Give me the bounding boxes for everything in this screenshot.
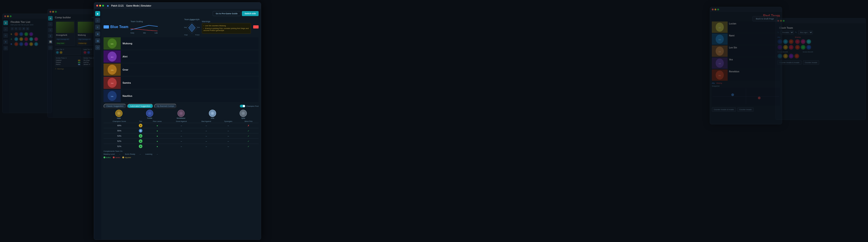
- red-close-dot[interactable]: [712, 8, 714, 10]
- sylas-blind-icon: ✓: [248, 145, 249, 148]
- team-scaling-label: Team Scaling: [131, 20, 180, 23]
- nautilus-portrait: NA: [103, 90, 121, 102]
- tier-champ-10[interactable]: [14, 42, 18, 46]
- similar-name-xinzhao: Xin Zhao: [84, 59, 90, 61]
- back-to-draft-button[interactable]: Back to Draft Page: [752, 16, 777, 22]
- suggestion-champ-mordekaiser[interactable]: Mordekaiser: [177, 110, 186, 119]
- nav-chart-icon[interactable]: ▤: [95, 38, 100, 43]
- close-dot[interactable]: [4, 16, 6, 17]
- learning-label: Learning: [145, 153, 152, 155]
- mastery-value: –: [119, 153, 120, 155]
- sidebar-shield-icon[interactable]: ⬡: [3, 46, 8, 51]
- complements-label: Complements Team On: [103, 150, 123, 152]
- comp-home-icon[interactable]: ⌂: [48, 22, 53, 27]
- tier-champ-5[interactable]: [14, 37, 18, 41]
- suggestion-champ-kayle[interactable]: Kayle: [115, 110, 123, 119]
- champion-pool-toggle-right-switch[interactable]: [240, 105, 245, 108]
- tier-champ-14[interactable]: [34, 42, 38, 46]
- nav-star-icon[interactable]: ★: [95, 31, 100, 36]
- tier-champ-12[interactable]: [24, 42, 28, 46]
- kayle-tier: S: [135, 123, 147, 128]
- nami-portrait-r: NM: [712, 33, 727, 45]
- main-max-dot[interactable]: [102, 5, 104, 6]
- col-blind-pick: Blind Pick: [239, 120, 258, 123]
- tier-champ-2[interactable]: [19, 32, 23, 36]
- my-banned-comps-tab[interactable]: My Banned Comps: [154, 104, 177, 108]
- tier-champ-4[interactable]: [29, 32, 33, 36]
- clash-role-select-1[interactable]: Ronaldo: [780, 31, 794, 34]
- nav-shield-icon[interactable]: ⬡: [95, 45, 100, 50]
- pre-game-guide-button[interactable]: Go to Pre-Game Guide: [213, 11, 241, 16]
- sidebar-star-icon[interactable]: ★: [3, 39, 8, 44]
- snapshot-area: [712, 88, 780, 105]
- drangplank-badge: Stay Safe: [56, 42, 65, 44]
- suggestion-champ-sylas[interactable]: Sylas: [240, 110, 247, 119]
- comp-logo-icon[interactable]: ◆: [48, 16, 53, 21]
- comp-chart-icon[interactable]: 📊: [48, 39, 53, 44]
- tier-champ-11[interactable]: [19, 42, 23, 46]
- drangplank-name: Drangplank: [56, 34, 74, 36]
- lane-tier-label-left: Lane Tier ①: [56, 49, 80, 51]
- automated-suggestion-tab[interactable]: Automated Suggestion: [127, 104, 153, 108]
- counter-invade-invade-button[interactable]: Counter Invade & Invade: [712, 108, 736, 112]
- clash-edit-icon-2: ✎: [795, 31, 797, 34]
- red-min-dot[interactable]: [715, 8, 716, 10]
- tier-champ-6[interactable]: [19, 37, 23, 41]
- nav-list-icon[interactable]: ≡: [95, 25, 100, 30]
- suggestion-champ-trundle[interactable]: Trundle: [146, 110, 153, 119]
- sylas-synergies: –: [218, 144, 239, 149]
- nav-home-icon[interactable]: ⌂: [95, 18, 100, 23]
- clash-role-select-2[interactable]: Bou nge r: [798, 31, 813, 34]
- classic-suggestion-tab[interactable]: Classic Suggestion: [103, 104, 126, 108]
- nav-logo-icon[interactable]: ◆: [95, 11, 100, 16]
- sidebar-logo-icon[interactable]: ◆: [3, 21, 8, 25]
- tier-icon-people[interactable]: ◎: [26, 27, 29, 30]
- tier-icon-slash[interactable]: /: [18, 27, 22, 30]
- main-min-dot[interactable]: [99, 5, 101, 6]
- counter-invade-button[interactable]: Counter Invade: [737, 108, 754, 112]
- irelia-blind-icon: ✓: [248, 140, 249, 143]
- suggestion-champ-irelia[interactable]: Irelia: [209, 110, 216, 119]
- clash-more-ally-pics: [777, 54, 864, 59]
- scrim-ready-value: –: [140, 153, 141, 155]
- switch-side-button[interactable]: Switch-side: [242, 11, 258, 16]
- sylas-name: Sylas: [240, 117, 247, 119]
- main-close-dot[interactable]: [96, 5, 98, 6]
- comp-list-icon[interactable]: ≡: [48, 28, 53, 32]
- game-mode-label: Game Mode |: [126, 4, 140, 7]
- warnings-section: Warnings › Lee Sin counters Wukong › Ene…: [202, 20, 251, 34]
- scaling-early: Early: [131, 32, 134, 34]
- comp-shield-icon[interactable]: ⬡: [48, 46, 53, 50]
- mordekaiser-tier: A: [135, 133, 147, 139]
- main-nav: ◆ ⌂ ≡ ★ ▤ ⬡: [94, 9, 101, 240]
- tier-champ-13[interactable]: [29, 42, 33, 46]
- kayle-name: Kayle: [115, 117, 123, 119]
- sidebar-home-icon[interactable]: ⌂: [3, 27, 8, 31]
- comp-star-icon[interactable]: ★: [48, 34, 53, 38]
- tier-icon-gear[interactable]: ⚙: [22, 27, 25, 30]
- tier-icon-sword[interactable]: ⚔: [11, 27, 14, 30]
- sylas-synergy-icon: –: [228, 145, 229, 148]
- minimize-dot[interactable]: [7, 16, 9, 17]
- comp-close-dot[interactable]: [50, 11, 51, 13]
- tier-champ-9[interactable]: [34, 37, 38, 41]
- tier-icon-edit[interactable]: ✎: [14, 27, 18, 30]
- tier-champ-1[interactable]: [14, 32, 18, 36]
- trundle-bad: –: [194, 128, 218, 133]
- clash-max-dot[interactable]: [783, 20, 784, 22]
- tier-champ-7[interactable]: [24, 37, 28, 41]
- comp-min-dot[interactable]: [52, 11, 54, 13]
- enemy-pic-1: [795, 39, 800, 44]
- sidebar-chart-icon[interactable]: ≡: [3, 33, 8, 38]
- tier-champ-8[interactable]: [29, 37, 33, 41]
- maximize-dot[interactable]: [10, 16, 11, 17]
- champ-card-drangplank[interactable]: Drangplank High Damage AD Stay Safe: [55, 21, 75, 46]
- svg-point-35: [731, 93, 734, 96]
- clash-counter-invade-button2[interactable]: Counter Invade: [803, 60, 819, 65]
- comp-max-dot[interactable]: [55, 11, 57, 13]
- tier-champ-3[interactable]: [24, 32, 28, 36]
- ally-pic-6: [789, 45, 794, 50]
- red-max-dot[interactable]: [717, 8, 719, 10]
- buffed-dot: [103, 156, 105, 158]
- gnar-portrait: GN: [103, 64, 121, 76]
